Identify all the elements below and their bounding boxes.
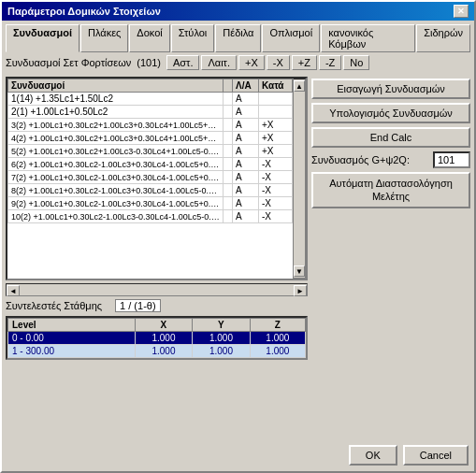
col-empty [224,79,233,93]
combinations-table-inner[interactable]: Συνδυασμοί Λ/Α Κατά 1(14) +1.35Lc1+1.50L… [7,79,293,279]
tab-dokoi[interactable]: Δοκοί [129,24,169,52]
row-kata: -X [259,210,293,223]
g-row: Συνδυασμός G+ψ2Q: [311,151,470,168]
table-row[interactable]: 1(14) +1.35Lc1+1.50Lc2 A [8,93,293,106]
h-scrollbar[interactable]: ◄ ► [6,283,308,296]
close-button[interactable]: ✕ [454,5,469,18]
row-kata: +X [259,119,293,132]
coeff-y-0: 1.000 [193,332,251,345]
table-row[interactable]: 7(2) +1.00Lc1+0.30Lc2-1.00Lc3+0.30Lc4-1.… [8,171,293,184]
coeff-x-0: 1.000 [135,332,193,345]
tab-plakes[interactable]: Πλάκες [80,24,128,52]
row-kata: +X [259,145,293,158]
table-row[interactable]: 9(2) +1.00Lc1+0.30Lc2-1.00Lc3+0.30Lc4-1.… [8,197,293,210]
g-input[interactable] [433,151,470,168]
fraction-label: 1 / (1-θ) [115,299,161,312]
sub-tab-ast[interactable]: Αστ. [166,55,200,70]
row-formula: 8(2) +1.00Lc1+0.30Lc2-1.00Lc3+0.30Lc4-1.… [8,184,224,197]
title-bar: Παράμετροι Δομικών Στοιχείων ✕ [2,2,474,21]
window-title: Παράμετροι Δομικών Στοιχείων [7,6,161,17]
table-row[interactable]: 6(2) +1.00Lc1+0.30Lc2-1.00Lc3+0.30Lc4-1.… [8,158,293,171]
table-row[interactable]: 4(2) +1.00Lc1+0.30Lc2+1.00Lc3+0.30Lc4+1.… [8,132,293,145]
cancel-button[interactable]: Cancel [403,445,469,466]
col-kata: Κατά [259,79,293,93]
coeff-level-0: 0 - 0.00 [8,332,136,345]
end-calc-button[interactable]: End Calc [311,127,470,148]
content-area: Συνδυασμοί Πλάκες Δοκοί Στύλοι Πέδιλα Οπ… [2,21,474,471]
row-formula: 10(2) +1.00Lc1+0.30Lc2-1.00Lc3-0.30Lc4-1… [8,210,224,223]
row-formula: 6(2) +1.00Lc1+0.30Lc2-1.00Lc3+0.30Lc4-1.… [8,158,224,171]
coeff-z-1: 1.000 [250,345,305,358]
row-la: A [233,132,259,145]
combinations-table: Συνδυασμοί Λ/Α Κατά 1(14) +1.35Lc1+1.50L… [7,79,293,223]
sub-tab-minusx[interactable]: -X [267,55,290,70]
main-window: Παράμετροι Δομικών Στοιχείων ✕ Συνδυασμο… [0,0,476,473]
coeff-level-1: 1 - 300.00 [8,345,136,358]
title-bar-controls: ✕ [454,5,469,18]
combinations-table-container: Συνδυασμοί Λ/Α Κατά 1(14) +1.35Lc1+1.50L… [6,77,308,280]
calc-button[interactable]: Υπολογισμός Συνδυασμών [311,103,470,123]
sub-tab-plusz[interactable]: +Z [292,55,317,70]
table-row[interactable]: 10(2) +1.00Lc1+0.30Lc2-1.00Lc3-0.30Lc4-1… [8,210,293,223]
row-formula: 5(2) +1.00Lc1+0.30Lc2+1.00Lc3-0.30Lc4+1.… [8,145,224,158]
sub-tab-plusx[interactable]: +X [238,55,265,70]
footer-buttons: OK Cancel [6,443,470,467]
coeff-z-0: 1.000 [250,332,305,345]
import-button[interactable]: Εισαγωγή Συνδυασμών [311,79,470,99]
sub-tabs-row: Συνδυασμοί Σετ Φορτίσεων (101) Αστ. Λαιτ… [6,55,470,70]
tab-oplismoi[interactable]: Οπλισμοί [262,24,320,52]
row-la: A [233,93,259,106]
row-la: A [233,145,259,158]
coeff-row-1[interactable]: 1 - 300.00 1.000 1.000 1.000 [8,345,306,358]
row-formula: 9(2) +1.00Lc1+0.30Lc2-1.00Lc3+0.30Lc4-1.… [8,197,224,210]
table-row[interactable]: 5(2) +1.00Lc1+0.30Lc2+1.00Lc3-0.30Lc4+1.… [8,145,293,158]
row-kata: -X [259,171,293,184]
sub-tab-no[interactable]: No [343,55,369,70]
sub-section-label: Συνδυασμοί Σετ Φορτίσεων [6,57,131,68]
coeff-row-0[interactable]: 0 - 0.00 1.000 1.000 1.000 [8,332,306,345]
row-la: A [233,210,259,223]
coeff-col-level: Level [8,319,136,332]
coeff-col-x: X [135,319,193,332]
coeff-y-1: 1.000 [193,345,251,358]
table-row[interactable]: 8(2) +1.00Lc1+0.30Lc2-1.00Lc3+0.30Lc4-1.… [8,184,293,197]
sub-tab-minusz[interactable]: -Z [319,55,341,70]
coeff-label: Συντελεστές Στάθμης [6,300,102,311]
coefficients-section: Συντελεστές Στάθμης 1 / (1-θ) Level X Y … [6,299,308,360]
sub-tab-lait[interactable]: Λαιτ. [201,55,237,70]
coeff-col-z: Z [250,319,305,332]
sub-section-count: (101) [137,57,161,68]
table-scrollbar[interactable]: ▲ ▼ [293,79,306,279]
tab-sidiron[interactable]: Σιδηρών [416,24,470,52]
tab-kanonikos[interactable]: κανονικός Κόμβων [321,24,415,52]
table-row[interactable]: 2(1) +1.00Lc1+0.50Lc2 A [8,106,293,119]
row-la: A [233,197,259,210]
right-panel: Εισαγωγή Συνδυασμών Υπολογισμός Συνδυασμ… [311,77,470,437]
row-kata [259,93,293,106]
row-kata: -X [259,184,293,197]
coeff-table: Level X Y Z 0 - 0.00 1.000 1 [7,318,306,358]
main-tabs: Συνδυασμοί Πλάκες Δοκοί Στύλοι Πέδιλα Οπ… [6,24,470,52]
row-kata: +X [259,132,293,145]
table-row[interactable]: 3(2) +1.00Lc1+0.30Lc2+1.00Lc3+0.30Lc4+1.… [8,119,293,132]
coeff-x-1: 1.000 [135,345,193,358]
row-la: A [233,158,259,171]
coeff-col-y: Y [193,319,251,332]
row-la: A [233,106,259,119]
row-kata [259,106,293,119]
coeff-header: Συντελεστές Στάθμης 1 / (1-θ) [6,299,308,312]
col-la: Λ/Α [233,79,259,93]
row-formula: 7(2) +1.00Lc1+0.30Lc2-1.00Lc3+0.30Lc4-1.… [8,171,224,184]
row-la: A [233,119,259,132]
coeff-table-container: Level X Y Z 0 - 0.00 1.000 1 [6,316,308,360]
tab-synduasmoi[interactable]: Συνδυασμοί [6,24,79,52]
ok-button[interactable]: OK [349,445,397,466]
tab-styloi[interactable]: Στύλοι [171,24,215,52]
row-la: A [233,171,259,184]
row-formula: 2(1) +1.00Lc1+0.50Lc2 [8,106,224,119]
auto-button[interactable]: Αυτόματη Διαστασολόγηση Μελέτης [311,172,470,208]
g-label: Συνδυασμός G+ψ2Q: [311,154,429,165]
row-kata: -X [259,197,293,210]
tab-pedila[interactable]: Πέδιλα [215,24,261,52]
row-formula: 1(14) +1.35Lc1+1.50Lc2 [8,93,224,106]
